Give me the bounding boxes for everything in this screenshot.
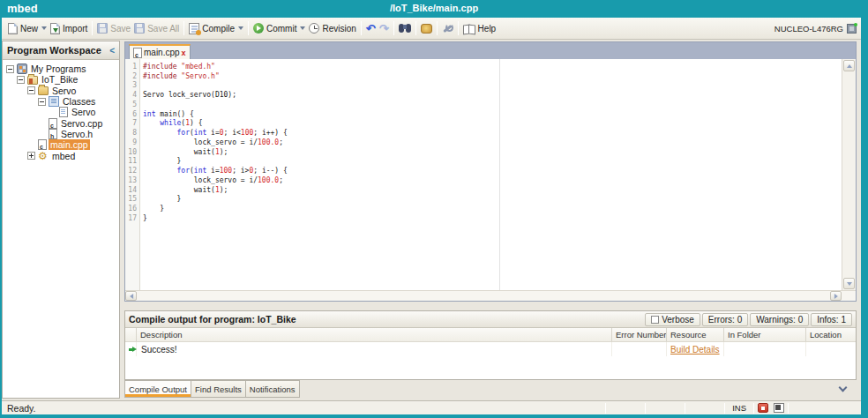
- window-title: /IoT_Bike/main.cpp: [0, 3, 868, 13]
- help-book-icon: [463, 24, 475, 34]
- save-all-button[interactable]: Save All: [132, 21, 181, 35]
- column-in-folder[interactable]: In Folder: [724, 328, 806, 341]
- revision-button[interactable]: Revision: [307, 21, 357, 35]
- main-area: Program Workspace < My ProgramsIoT_BikeS…: [2, 40, 861, 400]
- tree-item-label[interactable]: My Programs: [29, 63, 87, 74]
- tree-item-label[interactable]: Classes: [61, 96, 97, 107]
- tree-item-label[interactable]: main.cpp: [49, 139, 90, 150]
- record-icon[interactable]: [758, 403, 768, 413]
- tab-compile-output[interactable]: Compile Output: [124, 380, 191, 398]
- tree-item-servo[interactable]: Servo: [3, 107, 119, 117]
- undo-button[interactable]: ↶: [364, 21, 378, 36]
- tree-expander-icon[interactable]: [27, 152, 35, 160]
- tree-expander-icon[interactable]: [6, 65, 14, 73]
- target-device[interactable]: NUCLEO-L476RG: [774, 24, 843, 34]
- verbose-toggle[interactable]: Verbose: [645, 313, 700, 326]
- tree-item-my-programs[interactable]: My Programs: [3, 63, 119, 74]
- success-arrow-icon: [129, 347, 136, 353]
- device-chip-icon[interactable]: [847, 24, 857, 34]
- collapse-panel-icon[interactable]: <: [109, 46, 115, 56]
- tree-item-label[interactable]: Servo: [50, 86, 78, 96]
- code-text[interactable]: #include "mbed.h" #include "Servo.h" Ser…: [140, 59, 856, 223]
- warnings-counter[interactable]: Warnings: 0: [750, 313, 809, 326]
- import-icon: [50, 23, 60, 34]
- commit-dropdown-icon[interactable]: [300, 26, 305, 30]
- program-workspace-panel: Program Workspace < My ProgramsIoT_BikeS…: [2, 41, 120, 399]
- editor-horizontal-scrollbar[interactable]: [125, 290, 856, 301]
- compile-dropdown-icon[interactable]: [238, 26, 243, 30]
- tree-item-servo-h[interactable]: Servo.h: [3, 129, 119, 139]
- panel-expand-chevron-icon[interactable]: [839, 384, 848, 392]
- save-icon: [97, 23, 108, 34]
- tab-label: main.cpp: [144, 48, 180, 57]
- status-bar: Ready. INS: [2, 400, 861, 414]
- help-button[interactable]: Help: [461, 22, 498, 35]
- scroll-right-button[interactable]: [830, 291, 842, 301]
- code-area[interactable]: 1 2 3 4 5 6 7 8 9 10 11 12 13 14 15 16 1…: [125, 59, 856, 290]
- tree-item-label[interactable]: Servo: [70, 107, 97, 117]
- tree-item-iot-bike[interactable]: IoT_Bike: [3, 74, 119, 85]
- infos-counter[interactable]: Infos: 1: [811, 313, 852, 326]
- cpp-file-icon: [133, 48, 142, 58]
- tree-item-servo-cpp[interactable]: Servo.cpp: [3, 117, 119, 128]
- tree-item-classes[interactable]: Classes: [3, 96, 119, 107]
- column-description[interactable]: Description: [137, 328, 612, 341]
- save-button[interactable]: Save: [95, 21, 132, 35]
- tree-item-servo[interactable]: Servo: [3, 86, 119, 96]
- revision-icon: [309, 23, 319, 34]
- tree-item-label[interactable]: IoT_Bike: [40, 74, 79, 85]
- toolbar-separator: [437, 21, 438, 35]
- redo-icon: ↷: [379, 23, 389, 34]
- tab-main-cpp[interactable]: main.cpp x: [129, 44, 191, 59]
- workspace-header: Program Workspace <: [3, 41, 119, 60]
- tree-item-label[interactable]: mbed: [50, 151, 77, 161]
- build-details-link[interactable]: Build Details: [670, 345, 720, 355]
- column-error-number[interactable]: Error Number: [612, 328, 667, 341]
- verbose-checkbox[interactable]: [651, 316, 659, 324]
- scroll-left-button[interactable]: [125, 291, 137, 301]
- workspace-icon: [17, 63, 27, 74]
- tab-notifications[interactable]: Notifications: [246, 380, 300, 398]
- toolbar-separator: [183, 21, 184, 35]
- tree-item-label[interactable]: Servo.h: [59, 129, 94, 139]
- result-description: Success!: [137, 342, 612, 356]
- tree-expander-icon[interactable]: [27, 86, 35, 94]
- tools-button[interactable]: [440, 21, 455, 36]
- compile-output-panel: Compile output for program: IoT_Bike Ver…: [124, 310, 857, 380]
- undo-icon: ↶: [366, 23, 376, 34]
- tab-find-results[interactable]: Find Results: [191, 380, 246, 398]
- compile-button[interactable]: Compile: [187, 21, 245, 36]
- find-button[interactable]: [397, 22, 413, 34]
- import-button[interactable]: Import: [49, 21, 89, 36]
- redo-button[interactable]: ↷: [378, 21, 391, 36]
- keyboard-icon[interactable]: [774, 403, 784, 413]
- commit-button[interactable]: Commit: [251, 21, 307, 35]
- errors-counter[interactable]: Errors: 0: [702, 313, 748, 326]
- new-file-icon: [8, 23, 18, 34]
- editor-tabstrip: main.cpp x: [125, 42, 856, 59]
- gear-icon: ⚙: [38, 151, 49, 161]
- column-location[interactable]: Location: [806, 328, 856, 341]
- toolbar-separator: [92, 21, 93, 35]
- scroll-down-button[interactable]: [843, 278, 855, 289]
- program-folder-icon: [27, 76, 38, 85]
- compile-result-row[interactable]: Success! Build Details: [125, 342, 856, 356]
- tree-expander-icon[interactable]: [17, 76, 25, 84]
- compile-table-header: Description Error Number Resource In Fol…: [125, 328, 856, 342]
- tree-item-mbed[interactable]: ⚙mbed: [3, 150, 119, 160]
- tab-close-icon[interactable]: x: [182, 49, 186, 57]
- save-all-icon: [134, 23, 145, 34]
- new-button[interactable]: New: [6, 21, 49, 36]
- tree-expander-icon[interactable]: [38, 98, 46, 106]
- toolbar-separator: [393, 21, 394, 35]
- wrench-icon: [442, 23, 453, 34]
- tree-item-main-cpp[interactable]: main.cpp: [3, 139, 119, 150]
- new-dropdown-icon[interactable]: [41, 26, 47, 30]
- tree-item-label[interactable]: Servo.cpp: [59, 118, 104, 129]
- column-resource[interactable]: Resource: [667, 328, 724, 341]
- compile-output-header: Compile output for program: IoT_Bike Ver…: [125, 311, 856, 328]
- format-button[interactable]: [419, 22, 434, 35]
- line-number-gutter: 1 2 3 4 5 6 7 8 9 10 11 12 13 14 15 16 1…: [125, 59, 140, 290]
- toolbar-separator: [458, 21, 459, 35]
- toolbar: New Import Save Save All Compile Commit …: [2, 18, 861, 40]
